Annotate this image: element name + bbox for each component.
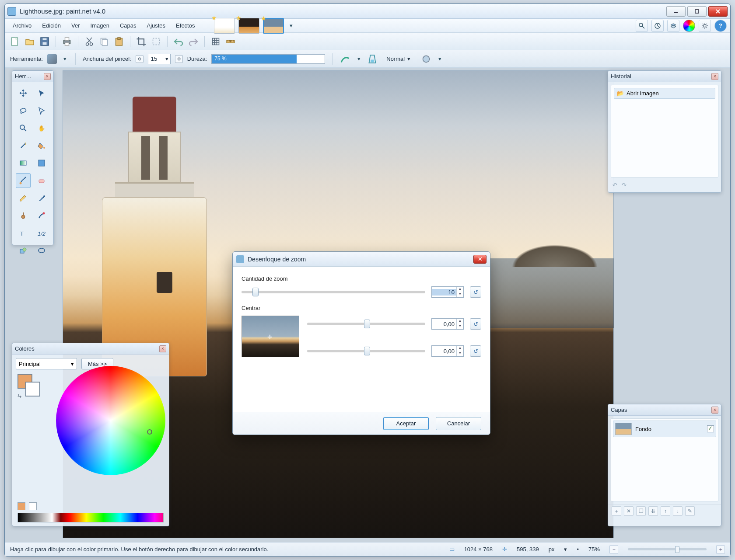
zoom-amount-input[interactable]: 10 ▲▼ xyxy=(431,286,464,298)
cancel-button[interactable]: Cancelar xyxy=(436,417,481,430)
tool-magic-wand[interactable] xyxy=(16,138,31,153)
tool-color-select[interactable] xyxy=(34,156,49,170)
zoom-amount-reset-icon[interactable]: ↺ xyxy=(470,286,481,298)
fill-mode-dropdown-icon[interactable]: ▾ xyxy=(436,56,443,63)
brush-width-decrease[interactable]: ⊖ xyxy=(136,55,144,63)
zoom-slider[interactable] xyxy=(628,548,707,550)
spin-down-icon[interactable]: ▼ xyxy=(456,292,463,297)
center-y-input[interactable]: 0,00 ▲▼ xyxy=(431,345,464,357)
unit-caret-icon[interactable]: ▾ xyxy=(564,546,567,553)
history-window-toggle[interactable] xyxy=(651,20,664,32)
tool-move-selection[interactable] xyxy=(34,86,49,101)
doc-thumb-2[interactable] xyxy=(238,18,259,34)
tool-pan[interactable]: ✋ xyxy=(34,121,49,136)
tool-text[interactable]: T xyxy=(16,226,31,240)
colors-panel[interactable]: Colores × Principal ▾ Más >> ⇆ xyxy=(12,343,169,526)
antialias-icon[interactable] xyxy=(340,53,351,65)
layers-window-toggle[interactable] xyxy=(667,20,679,32)
tool-ellipse[interactable] xyxy=(34,243,49,258)
layers-panel-close-icon[interactable]: × xyxy=(711,407,718,414)
new-icon[interactable] xyxy=(9,36,21,47)
ruler-icon[interactable] xyxy=(225,36,236,47)
tool-rect-select[interactable] xyxy=(34,103,49,118)
unit-label[interactable]: px xyxy=(549,546,555,553)
color-wheel-cursor[interactable] xyxy=(147,429,152,435)
layers-panel[interactable]: Capas × Fondo ＋ ✕ ❐ ⇊ ↑ ↓ ✎ xyxy=(608,404,721,526)
save-icon[interactable] xyxy=(39,36,50,47)
maximize-button[interactable] xyxy=(687,6,707,17)
tool-dropdown-icon[interactable]: ▾ xyxy=(61,56,68,63)
doc-list-dropdown-icon[interactable]: ▾ xyxy=(287,22,294,29)
copy-icon[interactable] xyxy=(98,36,110,47)
spin-up-icon[interactable]: ▲ xyxy=(456,287,463,292)
blend-mode-dropdown[interactable]: Normal ▾ xyxy=(382,54,416,63)
paste-icon[interactable] xyxy=(113,36,125,47)
center-y-slider[interactable] xyxy=(307,350,425,352)
history-redo-icon[interactable]: ↷ xyxy=(622,182,626,188)
help-icon[interactable]: ? xyxy=(714,20,727,32)
deselect-icon[interactable] xyxy=(150,36,162,47)
add-layer-icon[interactable]: ＋ xyxy=(612,506,621,516)
tool-paintbrush[interactable] xyxy=(16,173,31,188)
delete-layer-icon[interactable]: ✕ xyxy=(624,506,634,516)
grid-icon[interactable] xyxy=(210,36,221,47)
zoom-in-icon[interactable]: ＋ xyxy=(716,545,725,554)
color-palette-row[interactable] xyxy=(18,513,164,522)
colors-panel-close-icon[interactable]: × xyxy=(159,345,166,352)
duplicate-layer-icon[interactable]: ❐ xyxy=(636,506,646,516)
dialog-close-icon[interactable]: ✕ xyxy=(473,255,486,264)
tools-panel-close-icon[interactable]: × xyxy=(44,73,51,80)
tools-panel[interactable]: Herr… × ✋T1/2 xyxy=(12,70,54,245)
blend-sample-icon[interactable] xyxy=(367,53,378,65)
history-undo-icon[interactable]: ↶ xyxy=(612,182,617,188)
move-down-icon[interactable]: ↓ xyxy=(673,506,682,516)
secondary-color-swatch[interactable] xyxy=(25,382,40,397)
doc-thumb-active[interactable] xyxy=(263,18,284,34)
center-x-input[interactable]: 0,00 ▲▼ xyxy=(431,318,464,330)
tool-gradient[interactable] xyxy=(16,156,31,170)
close-button[interactable] xyxy=(708,6,728,17)
center-x-slider[interactable] xyxy=(307,323,425,325)
tool-move[interactable] xyxy=(16,86,31,101)
menu-ajustes[interactable]: Ajustes xyxy=(142,21,170,31)
brush-width-increase[interactable]: ⊕ xyxy=(175,55,183,63)
menu-archivo[interactable]: Archivo xyxy=(8,21,36,31)
color-wheel[interactable] xyxy=(56,366,165,475)
tool-pencil[interactable] xyxy=(16,191,31,205)
zoom-out-icon[interactable]: － xyxy=(609,545,618,554)
move-up-icon[interactable]: ↑ xyxy=(661,506,670,516)
recent-color-swatch[interactable] xyxy=(18,502,25,510)
layer-properties-icon[interactable]: ✎ xyxy=(685,506,695,516)
brush-icon[interactable] xyxy=(47,54,57,64)
tool-color-picker[interactable] xyxy=(34,191,49,205)
add-palette-icon[interactable] xyxy=(29,502,37,510)
antialias-dropdown-icon[interactable]: ▾ xyxy=(355,56,362,63)
colors-window-toggle[interactable] xyxy=(683,20,695,32)
fill-mode-icon[interactable] xyxy=(420,53,432,65)
tool-paint-bucket[interactable] xyxy=(34,138,49,153)
center-preview[interactable]: ✛ xyxy=(242,316,299,357)
menu-efectos[interactable]: Efectos xyxy=(172,21,199,31)
menu-ver[interactable]: Ver xyxy=(67,21,84,31)
minimize-button[interactable] xyxy=(666,6,686,17)
menu-capas[interactable]: Capas xyxy=(116,21,141,31)
merge-down-icon[interactable]: ⇊ xyxy=(648,506,658,516)
center-y-reset-icon[interactable]: ↺ xyxy=(470,345,481,357)
zoom-amount-slider[interactable] xyxy=(242,291,425,293)
open-icon[interactable] xyxy=(24,36,35,47)
tool-clone[interactable] xyxy=(16,208,31,223)
tool-lasso[interactable] xyxy=(16,103,31,118)
tool-recolor[interactable] xyxy=(34,208,49,223)
menu-edicion[interactable]: Edición xyxy=(38,21,65,31)
brush-width-input[interactable]: 15 ▾ xyxy=(148,54,171,64)
doc-thumb-1[interactable] xyxy=(214,18,235,34)
crop-icon[interactable] xyxy=(136,36,147,47)
undo-icon[interactable] xyxy=(173,36,184,47)
history-panel-close-icon[interactable]: × xyxy=(711,73,718,80)
history-item[interactable]: 📂 Abrir imagen xyxy=(614,88,715,99)
tool-shapes[interactable] xyxy=(16,243,31,258)
hardness-slider[interactable]: 75 % xyxy=(211,54,325,64)
menu-imagen[interactable]: Imagen xyxy=(86,21,114,31)
redo-icon[interactable] xyxy=(188,36,199,47)
swap-colors-icon[interactable]: ⇆ xyxy=(18,393,21,399)
